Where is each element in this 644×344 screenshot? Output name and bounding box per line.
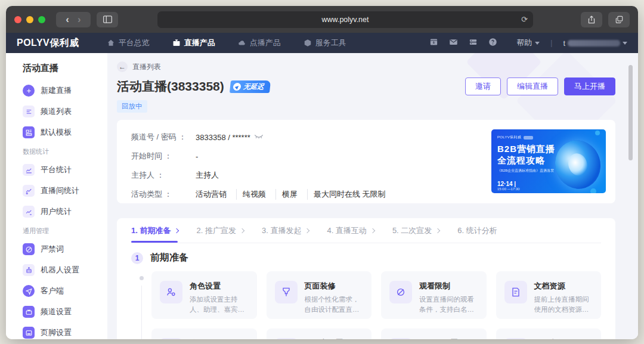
role-icon (160, 281, 182, 303)
eye-closed-icon[interactable] (254, 133, 264, 142)
nav-live-products[interactable]: 直播产品 (172, 38, 215, 48)
scrollbar-thumb[interactable] (628, 65, 633, 160)
archive-icon[interactable] (429, 38, 438, 49)
back-arrow-icon[interactable]: ← (117, 61, 128, 72)
console-icon[interactable] (469, 38, 478, 49)
start-live-button[interactable]: 马上开播 (564, 78, 615, 95)
activity-type-part: 纯视频 (236, 189, 266, 200)
nav-vod-products[interactable]: 点播产品 (238, 38, 281, 48)
tab-launch[interactable]: 3. 直播发起 (262, 218, 309, 243)
page-title: 活动直播(3833358) (117, 78, 224, 95)
chart-icon (23, 206, 35, 218)
share-icon (588, 16, 595, 24)
browser-window: ‹ › www.polyv.net ⟳ POLYV保利威 平台总览 (6, 6, 638, 339)
help-circle-icon[interactable] (488, 38, 497, 49)
cloud-icon (238, 39, 246, 47)
zoom-window-button[interactable] (38, 16, 45, 23)
account-menu[interactable]: t (563, 39, 627, 48)
timeline (131, 271, 151, 339)
activity-type-label: 活动类型 ： (131, 189, 196, 200)
sidebar-item-user-stats[interactable]: 用户统计 (23, 206, 107, 218)
sidebar-item-room-stats[interactable]: 直播间统计 (23, 185, 107, 197)
card-document-resources[interactable]: 文档资源 提前上传直播期间使用的文档资源，减少直播中的失... (496, 271, 602, 319)
nav-platform-overview[interactable]: 平台总览 (107, 38, 150, 48)
sidebar-item-footer-settings[interactable]: 页脚设置 (23, 327, 107, 339)
sidebar-toggle-button[interactable] (97, 12, 118, 27)
tab-analytics[interactable]: 6. 统计分析 (457, 218, 497, 243)
sidebar-item-robot-settings[interactable]: 机器人设置 (23, 264, 107, 276)
polyv-logo[interactable]: POLYV保利威 (17, 37, 79, 49)
monitor-icon (389, 338, 412, 339)
sidebar-title: 活动直播 (23, 63, 107, 74)
start-time-label: 开始时间 ： (131, 151, 196, 162)
embed-icon (504, 338, 527, 339)
url-text: www.polyv.net (322, 16, 369, 24)
sidebar-item-channel-list[interactable]: 频道列表 (23, 106, 107, 117)
footer-icon (23, 327, 35, 339)
tab-interaction[interactable]: 4. 直播互动 (327, 218, 374, 243)
sidebar-item-platform-stats[interactable]: 平台统计 (23, 164, 107, 176)
breadcrumb[interactable]: ← 直播列表 (117, 61, 615, 72)
no-delay-badge: 无延迟 (230, 80, 271, 93)
sidebar-item-channel-settings[interactable]: 频道设置 (23, 306, 107, 318)
address-bar[interactable]: www.polyv.net ⟳ (157, 11, 533, 28)
chart-icon (23, 164, 35, 176)
decoration (590, 188, 596, 193)
start-time-value: - (196, 152, 198, 161)
product-navbar: POLYV保利威 平台总览 直播产品 点播产品 服务工具 (6, 33, 638, 53)
chevron-right-icon (305, 228, 309, 233)
main-content: ← 直播列表 活动直播(3833358) 无延迟 邀请 编辑直播 马上开播 回放… (107, 53, 638, 339)
back-icon[interactable]: ‹ (66, 14, 69, 24)
chevron-right-icon (435, 228, 440, 233)
timeline-dot (140, 276, 144, 280)
reload-icon[interactable]: ⟳ (521, 15, 528, 24)
browser-chrome: ‹ › www.polyv.net ⟳ (6, 6, 638, 33)
sidebar-item-new-live[interactable]: 新建直播 (23, 85, 107, 97)
workflow-tabs: 1. 前期准备 2. 推广宣发 3. 直播发起 4. 直播互动 5. 二次宣发 … (131, 218, 601, 243)
promo-banner[interactable]: POLYV保利威 B2B营销直播 全流程攻略 《B2B企业直播标准指南》直播首发… (491, 129, 606, 193)
nav-service-tools[interactable]: 服务工具 (304, 38, 346, 48)
minimize-window-button[interactable] (26, 16, 33, 23)
tab-preparation[interactable]: 1. 前期准备 (131, 218, 178, 243)
card-watch-page-settings[interactable]: 观看页设置 (381, 328, 487, 339)
tabs-overview-button[interactable] (608, 12, 630, 27)
screen-off-icon (160, 338, 182, 339)
channel-id-label: 频道号 / 密码 ： (131, 132, 196, 142)
tab-promotion[interactable]: 2. 推广宣发 (196, 218, 243, 243)
status-badge: 回放中 (117, 100, 147, 113)
card-role-settings[interactable]: 角色设置 添加或设置主持人、助理、嘉宾的信息。以及新增助... (151, 271, 257, 319)
card-anti-recording[interactable]: 防录屏 (151, 328, 257, 339)
mail-icon[interactable] (449, 38, 458, 49)
sidebar-item-client[interactable]: 客户端 (23, 285, 107, 297)
sidebar-item-banned-words[interactable]: 严禁词 (23, 243, 107, 255)
chevron-right-icon (240, 228, 244, 233)
card-page-decoration[interactable]: 页面装修 根据个性化需求，自由设计配置直播间元素。支持自... (267, 271, 372, 319)
sidebar: 活动直播 新建直播 频道列表 默认模板 数据统计 平台统计 直播间统计 (6, 53, 107, 339)
document-icon (504, 281, 527, 303)
help-menu[interactable]: 帮助 (516, 38, 540, 48)
robot-icon (23, 264, 35, 276)
history-nav-buttons[interactable]: ‹ › (56, 12, 91, 27)
tab-re-promotion[interactable]: 5. 二次宣发 (392, 218, 439, 243)
channel-id-value: 3833358 / ****** (196, 133, 250, 142)
edit-live-button[interactable]: 编辑直播 (507, 78, 558, 95)
chevron-down-icon (623, 42, 627, 45)
sidebar-icon (103, 16, 112, 23)
divider: | (550, 39, 552, 47)
close-window-button[interactable] (14, 16, 21, 23)
sidebar-item-default-template[interactable]: 默认模板 (23, 126, 107, 138)
forward-icon[interactable]: › (78, 14, 81, 24)
banner-brand-text: POLYV保利威 (497, 135, 521, 140)
traffic-lights[interactable] (14, 16, 45, 23)
card-chatroom-settings[interactable]: 聊天室设置 (267, 328, 372, 339)
card-page-embed[interactable]: 页面嵌入 (496, 328, 602, 339)
card-view-restriction[interactable]: 观看限制 设置直播间的观看条件，支持白名单、报名观看、验... (381, 271, 487, 319)
section-title: 前期准备 (150, 252, 188, 264)
chat-icon (275, 338, 298, 339)
invite-button[interactable]: 邀请 (465, 78, 501, 95)
plus-icon (23, 85, 35, 97)
workflow-card: 1. 前期准备 2. 推广宣发 3. 直播发起 4. 直播互动 5. 二次宣发 … (117, 218, 615, 339)
share-button[interactable] (581, 12, 602, 27)
decorate-icon (275, 281, 298, 303)
cube-icon (304, 39, 312, 47)
